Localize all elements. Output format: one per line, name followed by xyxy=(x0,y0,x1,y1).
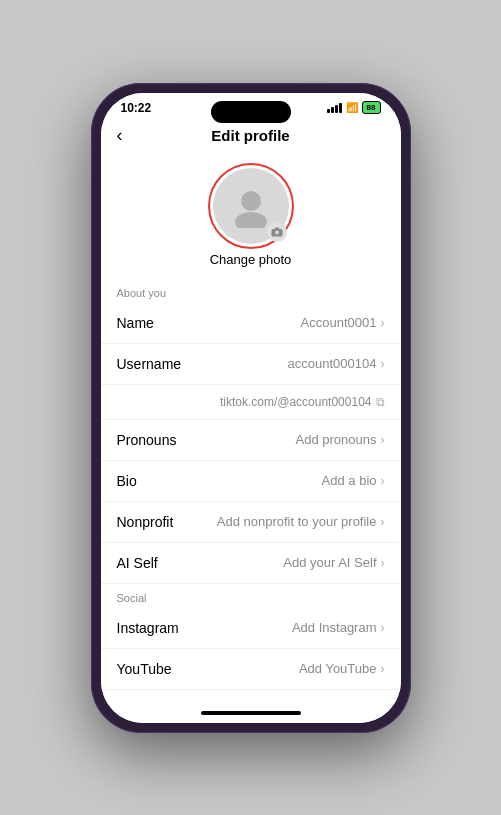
instagram-value: Add Instagram xyxy=(292,620,377,635)
status-icons: 📶 88 xyxy=(327,101,381,114)
page-title: Edit profile xyxy=(211,127,289,144)
nonprofit-row[interactable]: Nonprofit Add nonprofit to your profile … xyxy=(101,502,401,543)
youtube-value: Add YouTube xyxy=(299,661,377,676)
battery-indicator: 88 xyxy=(362,101,381,114)
instagram-right: Add Instagram › xyxy=(292,620,385,635)
youtube-label: YouTube xyxy=(117,661,172,677)
chevron-icon: › xyxy=(381,621,385,635)
svg-point-0 xyxy=(241,191,261,211)
aiself-right: Add your AI Self › xyxy=(283,555,384,570)
signal-icon xyxy=(327,103,342,113)
camera-icon xyxy=(267,222,287,242)
chevron-icon: › xyxy=(381,433,385,447)
chevron-icon: › xyxy=(381,662,385,676)
pronouns-value: Add pronouns xyxy=(296,432,377,447)
back-button[interactable]: ‹ xyxy=(117,125,123,146)
home-indicator xyxy=(101,703,401,723)
chevron-icon: › xyxy=(381,357,385,371)
svg-point-3 xyxy=(275,230,279,234)
aiself-row[interactable]: AI Self Add your AI Self › xyxy=(101,543,401,584)
home-bar xyxy=(201,711,301,715)
name-row[interactable]: Name Account0001 › xyxy=(101,303,401,344)
aiself-label: AI Self xyxy=(117,555,158,571)
youtube-row[interactable]: YouTube Add YouTube › xyxy=(101,649,401,690)
copy-icon: ⧉ xyxy=(376,395,385,409)
bio-label: Bio xyxy=(117,473,137,489)
twitter-row[interactable]: Twitter Add Twitter › xyxy=(101,690,401,703)
pronouns-row[interactable]: Pronouns Add pronouns › xyxy=(101,420,401,461)
chevron-icon: › xyxy=(381,515,385,529)
bio-row[interactable]: Bio Add a bio › xyxy=(101,461,401,502)
scroll-content: Change photo About you Name Account0001 … xyxy=(101,152,401,703)
about-section-label: About you xyxy=(101,279,401,303)
username-label: Username xyxy=(117,356,182,372)
username-value: account000104 xyxy=(288,356,377,371)
photo-section: Change photo xyxy=(101,152,401,279)
svg-rect-4 xyxy=(275,227,279,229)
pronouns-right: Add pronouns › xyxy=(296,432,385,447)
name-label: Name xyxy=(117,315,154,331)
nonprofit-label: Nonprofit xyxy=(117,514,174,530)
instagram-label: Instagram xyxy=(117,620,179,636)
name-value: Account0001 xyxy=(301,315,377,330)
phone-screen: 10:22 📶 88 ‹ Edit profile xyxy=(101,93,401,723)
bio-value: Add a bio xyxy=(322,473,377,488)
avatar-container[interactable] xyxy=(213,168,289,244)
username-right: account000104 › xyxy=(288,356,385,371)
nonprofit-value: Add nonprofit to your profile xyxy=(217,514,377,529)
youtube-right: Add YouTube › xyxy=(299,661,385,676)
page-header: ‹ Edit profile xyxy=(101,119,401,152)
instagram-row[interactable]: Instagram Add Instagram › xyxy=(101,608,401,649)
username-row[interactable]: Username account000104 › xyxy=(101,344,401,385)
social-section-label: Social xyxy=(101,584,401,608)
chevron-icon: › xyxy=(381,474,385,488)
avatar-icon xyxy=(229,184,273,228)
wifi-icon: 📶 xyxy=(346,102,358,113)
svg-point-1 xyxy=(235,212,267,228)
phone-frame: 10:22 📶 88 ‹ Edit profile xyxy=(91,83,411,733)
tiktok-url-value: tiktok.com/@account000104 xyxy=(220,395,372,409)
nonprofit-right: Add nonprofit to your profile › xyxy=(217,514,385,529)
name-right: Account0001 › xyxy=(301,315,385,330)
dynamic-island xyxy=(211,101,291,123)
chevron-icon: › xyxy=(381,556,385,570)
bio-right: Add a bio › xyxy=(322,473,385,488)
pronouns-label: Pronouns xyxy=(117,432,177,448)
status-time: 10:22 xyxy=(121,101,152,115)
chevron-icon: › xyxy=(381,316,385,330)
tiktok-url-row[interactable]: tiktok.com/@account000104 ⧉ xyxy=(101,385,401,420)
aiself-value: Add your AI Self xyxy=(283,555,376,570)
change-photo-label[interactable]: Change photo xyxy=(210,252,292,267)
